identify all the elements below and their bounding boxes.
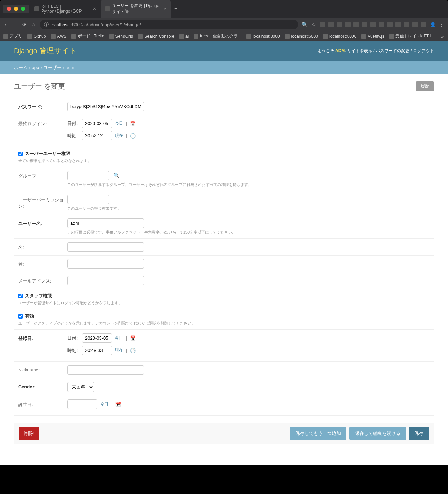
lastname-row: 姓: bbox=[14, 256, 434, 272]
breadcrumb-app[interactable]: app bbox=[32, 65, 40, 70]
submit-row: 削除 保存してもう一つ追加 保存して編集を続ける 保存 bbox=[14, 423, 434, 444]
last-login-date-input[interactable] bbox=[82, 119, 112, 128]
extension-icon[interactable] bbox=[320, 22, 326, 27]
extension-icon[interactable] bbox=[362, 22, 368, 27]
today-link[interactable]: 今日 bbox=[100, 401, 108, 407]
extension-icon[interactable] bbox=[370, 22, 376, 27]
history-button[interactable]: 履歴 bbox=[416, 81, 434, 91]
bookmark-item[interactable]: freee | 全自動のクラ... bbox=[194, 33, 241, 39]
extension-icon[interactable] bbox=[379, 22, 384, 27]
lastname-input[interactable] bbox=[67, 259, 144, 269]
menu-icon[interactable]: ⋮ bbox=[439, 22, 444, 27]
now-link[interactable]: 現在 bbox=[115, 133, 123, 139]
bookmark-item[interactable]: Vuetify.js bbox=[361, 34, 384, 39]
extension-icon[interactable] bbox=[421, 22, 426, 27]
staff-checkbox-label[interactable]: スタッフ権限 bbox=[18, 293, 430, 299]
close-icon[interactable]: × bbox=[164, 6, 167, 12]
date-joined-date-input[interactable] bbox=[82, 333, 112, 343]
apps-button[interactable]: アプリ bbox=[4, 33, 22, 39]
calendar-icon[interactable]: 📅 bbox=[130, 121, 136, 126]
url-input[interactable]: ⓘ localhost:8000/ja/admin/app/user/1/cha… bbox=[40, 20, 298, 29]
search-icon[interactable]: 🔍 bbox=[113, 173, 119, 178]
birthday-input[interactable] bbox=[67, 399, 97, 409]
logout-link[interactable]: ログアウト bbox=[413, 48, 434, 53]
calendar-icon[interactable]: 📅 bbox=[130, 335, 136, 341]
change-password-link[interactable]: パスワードの変更 bbox=[376, 48, 410, 53]
view-site-link[interactable]: サイトを表示 bbox=[347, 48, 372, 53]
save-continue-button[interactable]: 保存して編集を続ける bbox=[349, 427, 406, 440]
permissions-input[interactable] bbox=[67, 195, 109, 204]
active-checkbox[interactable] bbox=[18, 314, 23, 319]
extension-icon[interactable] bbox=[354, 22, 359, 27]
date-joined-row: 登録日: 日付: 今日 | 📅 時刻: 現在 | 🕐 bbox=[14, 330, 434, 362]
minimize-window-icon[interactable] bbox=[14, 7, 18, 11]
chevron-right-icon[interactable]: » bbox=[441, 34, 444, 39]
tab-active[interactable]: ユーザー を変更 | Django サイト管 × bbox=[101, 0, 171, 18]
today-link[interactable]: 今日 bbox=[115, 120, 123, 126]
bookmark-item[interactable]: Search Console bbox=[138, 34, 174, 39]
extension-icon[interactable] bbox=[396, 22, 401, 27]
active-checkbox-label[interactable]: 有効 bbox=[18, 313, 430, 319]
close-icon[interactable]: × bbox=[93, 6, 96, 12]
date-joined-time-input[interactable] bbox=[82, 346, 112, 355]
extension-icon[interactable] bbox=[328, 22, 334, 27]
bookmark-item[interactable]: ボード | Trello bbox=[71, 33, 104, 39]
bookmark-item[interactable]: ai bbox=[179, 34, 189, 39]
gender-select[interactable]: 未回答 bbox=[67, 382, 94, 392]
breadcrumb-users[interactable]: ユーザー bbox=[43, 65, 62, 70]
calendar-icon[interactable]: 📅 bbox=[115, 402, 121, 407]
clock-icon[interactable]: 🕐 bbox=[130, 133, 136, 139]
bookmark-item[interactable]: localhost:3000 bbox=[246, 34, 280, 39]
extension-icon[interactable] bbox=[404, 22, 410, 27]
password-input[interactable] bbox=[67, 102, 144, 111]
extension-icon[interactable] bbox=[345, 22, 351, 27]
forward-icon[interactable]: → bbox=[13, 22, 18, 27]
home-icon[interactable]: ⌂ bbox=[31, 22, 36, 27]
bookmark-item[interactable]: localhost:5000 bbox=[285, 34, 318, 39]
maximize-window-icon[interactable] bbox=[21, 7, 25, 11]
window-controls bbox=[3, 5, 29, 13]
extension-icon[interactable] bbox=[387, 22, 393, 27]
superuser-checkbox[interactable] bbox=[18, 152, 23, 156]
clock-icon[interactable]: 🕐 bbox=[130, 348, 136, 353]
star-icon[interactable]: ☆ bbox=[311, 22, 316, 27]
email-label: メールアドレス: bbox=[18, 276, 67, 284]
close-window-icon[interactable] bbox=[7, 7, 11, 11]
bookmark-item[interactable]: AWS bbox=[51, 34, 66, 39]
extension-icon[interactable] bbox=[412, 22, 418, 27]
save-button[interactable]: 保存 bbox=[409, 427, 429, 440]
new-tab-button[interactable]: + bbox=[172, 4, 180, 13]
reload-icon[interactable]: ⟳ bbox=[22, 22, 27, 27]
tabs-bar: IoFT LLC | Python+Django+GCP × ユーザー を変更 … bbox=[0, 0, 448, 18]
branding-title[interactable]: Django 管理サイト bbox=[14, 46, 77, 56]
lastname-label: 姓: bbox=[18, 259, 67, 267]
search-icon[interactable]: 🔍 bbox=[302, 22, 307, 27]
email-input[interactable] bbox=[67, 276, 144, 285]
username-input[interactable] bbox=[67, 218, 144, 228]
bookmark-item[interactable]: localhost:8000 bbox=[323, 34, 356, 39]
save-add-another-button[interactable]: 保存してもう一つ追加 bbox=[290, 427, 346, 440]
profile-icon[interactable]: 👤 bbox=[430, 22, 435, 27]
user-tools: ようこそ ADM. サイトを表示 / パスワードの変更 / ログアウト bbox=[317, 48, 434, 54]
bookmark-item[interactable]: Github bbox=[27, 34, 46, 39]
page-title: ユーザー を変更 bbox=[14, 82, 65, 91]
tab-inactive[interactable]: IoFT LLC | Python+Django+GCP × bbox=[30, 1, 100, 16]
bookmark-item[interactable]: SendGrid bbox=[109, 34, 133, 39]
back-icon[interactable]: ← bbox=[4, 22, 9, 27]
last-login-time-input[interactable] bbox=[82, 131, 112, 140]
bookmark-item[interactable]: 受信トレイ - IoFT L... bbox=[389, 33, 436, 39]
firstname-input[interactable] bbox=[67, 242, 144, 252]
superuser-checkbox-label[interactable]: スーパーユーザー権限 bbox=[18, 151, 430, 157]
staff-help: ユーザーが管理サイトにログイン可能かどうかを示します。 bbox=[18, 300, 430, 306]
delete-button[interactable]: 削除 bbox=[19, 427, 39, 440]
nickname-input[interactable] bbox=[67, 365, 144, 375]
now-link[interactable]: 現在 bbox=[115, 347, 123, 353]
username: ADM bbox=[335, 48, 345, 53]
today-link[interactable]: 今日 bbox=[115, 335, 123, 341]
extension-icon[interactable] bbox=[337, 22, 342, 27]
staff-checkbox[interactable] bbox=[18, 294, 23, 298]
breadcrumb-current: adm bbox=[65, 65, 74, 70]
apps-icon bbox=[4, 34, 8, 39]
groups-input[interactable] bbox=[67, 171, 109, 180]
breadcrumb-home[interactable]: ホーム bbox=[14, 65, 28, 70]
